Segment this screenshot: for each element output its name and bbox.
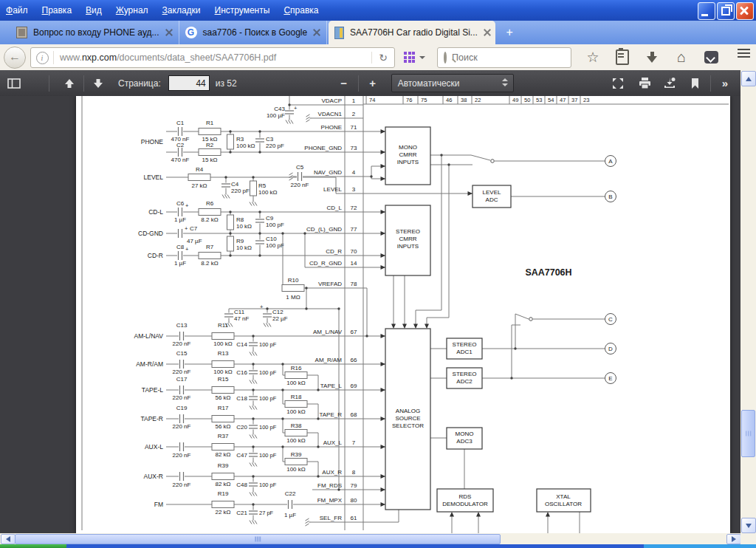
- svg-text:TAPE-L: TAPE-L: [142, 386, 163, 394]
- svg-text:R4: R4: [196, 166, 204, 173]
- svg-text:R17: R17: [218, 405, 229, 411]
- menu-item-bookmarks[interactable]: Закладки: [162, 5, 201, 16]
- svg-text:C10: C10: [266, 236, 277, 242]
- svg-text:100 kΩ: 100 kΩ: [286, 437, 306, 444]
- svg-text:R18: R18: [291, 394, 302, 400]
- bookmarks-menu-icon[interactable]: [614, 49, 630, 65]
- scroll-up-button[interactable]: [741, 71, 756, 86]
- page-down-button[interactable]: [89, 74, 108, 93]
- svg-text:R39: R39: [218, 462, 229, 469]
- svg-text:CD_R: CD_R: [326, 248, 342, 255]
- site-info-icon[interactable]: i: [31, 51, 54, 64]
- bookmark-star-icon[interactable]: ☆: [585, 49, 601, 66]
- menu-item-help[interactable]: Справка: [284, 5, 318, 16]
- tab-pdf-active[interactable]: SAA7706H Car radio Digital Si...: [329, 21, 495, 44]
- svg-text:C8: C8: [176, 244, 185, 250]
- search-box[interactable]: [437, 47, 571, 68]
- url-text[interactable]: www.nxp.com/documents/data_sheet/SAA7706…: [54, 52, 371, 63]
- horizontal-scroll-thumb[interactable]: [15, 534, 501, 544]
- horizontal-scrollbar[interactable]: [0, 533, 740, 544]
- svg-text:INPUTS: INPUTS: [397, 159, 419, 165]
- restore-button[interactable]: [717, 2, 735, 20]
- tab-close-icon[interactable]: [484, 29, 489, 36]
- select-arrows-icon: [502, 78, 508, 86]
- svg-text:C18: C18: [236, 395, 247, 402]
- tab-forum[interactable]: Вопрос по входу PHONE ауд...: [10, 21, 179, 44]
- reload-button[interactable]: ↻: [371, 52, 394, 64]
- svg-text:PHONE: PHONE: [321, 124, 342, 131]
- presentation-mode-button[interactable]: [608, 74, 628, 93]
- minimize-button[interactable]: [698, 2, 715, 20]
- svg-text:78: 78: [351, 281, 357, 287]
- schematic: MONOCMRRINPUTS STEREOCMRRINPUTS LEVELADC…: [76, 96, 730, 533]
- close-button[interactable]: [736, 2, 754, 20]
- menu-item-edit[interactable]: Правка: [42, 5, 72, 16]
- svg-text:220 nF: 220 nF: [173, 452, 191, 459]
- tab-close-icon[interactable]: [165, 29, 173, 36]
- svg-text:STEREO: STEREO: [453, 341, 477, 348]
- vertical-scrollbar[interactable]: [740, 70, 756, 533]
- svg-text:1 µF: 1 µF: [174, 216, 186, 223]
- svg-text:AM_L/NAV: AM_L/NAV: [313, 329, 343, 335]
- url-bar[interactable]: i www.nxp.com/documents/data_sheet/SAA77…: [30, 47, 395, 68]
- input-labels: PHONE LEVEL CD-L CD-GND CD-R AM-L/NAV AM…: [134, 138, 163, 508]
- svg-text:R2: R2: [206, 142, 214, 148]
- new-tab-button[interactable]: +: [500, 24, 519, 41]
- svg-text:R7: R7: [206, 244, 214, 250]
- bookmark-button[interactable]: [685, 74, 704, 93]
- svg-text:CD-GND: CD-GND: [138, 230, 163, 237]
- svg-text:22 kΩ: 22 kΩ: [215, 509, 230, 516]
- zoom-in-button[interactable]: +: [363, 74, 382, 93]
- svg-text:C: C: [608, 316, 613, 323]
- svg-text:1: 1: [352, 97, 356, 104]
- svg-text:47 nF: 47 nF: [234, 315, 250, 322]
- arrow-right-icon: [732, 536, 736, 542]
- svg-text:+: +: [294, 105, 298, 112]
- tab-google-search[interactable]: G saa7706 - Поиск в Google: [179, 21, 328, 44]
- svg-text:+: +: [260, 304, 264, 310]
- svg-text:C4: C4: [231, 181, 239, 188]
- pocket-icon[interactable]: [703, 51, 719, 64]
- menu-item-file[interactable]: Файл: [6, 5, 28, 16]
- page-number-input[interactable]: [168, 75, 210, 91]
- svg-text:C48: C48: [236, 482, 247, 488]
- menu-item-view[interactable]: Вид: [86, 5, 102, 16]
- svg-text:100 pF: 100 pF: [259, 452, 277, 459]
- zoom-out-button[interactable]: −: [334, 74, 354, 93]
- zoom-select[interactable]: Автоматически: [391, 74, 514, 92]
- svg-text:56 kΩ: 56 kΩ: [215, 423, 230, 430]
- menu-item-history[interactable]: Журнал: [116, 5, 148, 16]
- pdf-viewer[interactable]: MONOCMRRINPUTS STEREOCMRRINPUTS LEVELADC…: [0, 96, 740, 533]
- svg-text:R37: R37: [218, 433, 229, 439]
- download-button[interactable]: [660, 74, 679, 93]
- svg-text:4: 4: [352, 169, 356, 176]
- svg-text:RDS: RDS: [459, 493, 472, 500]
- svg-text:AUX_L: AUX_L: [323, 439, 343, 446]
- svg-text:56 kΩ: 56 kΩ: [215, 394, 230, 401]
- home-icon[interactable]: ⌂: [673, 49, 690, 66]
- svg-text:C5: C5: [296, 164, 304, 171]
- grid-icon-button[interactable]: [404, 52, 425, 63]
- scroll-down-button[interactable]: [741, 518, 756, 533]
- svg-text:54: 54: [548, 97, 554, 103]
- svg-text:23: 23: [583, 97, 589, 103]
- print-button[interactable]: [635, 74, 654, 93]
- search-input[interactable]: [450, 52, 572, 64]
- scroll-left-button[interactable]: [1, 534, 16, 544]
- start-button-edge[interactable]: [0, 544, 66, 548]
- tab-close-icon[interactable]: [313, 29, 320, 36]
- svg-text:8.2 kΩ: 8.2 kΩ: [201, 260, 218, 267]
- sidebar-toggle-button[interactable]: [4, 74, 24, 93]
- back-button[interactable]: ←: [4, 47, 26, 69]
- download-icon: [664, 78, 676, 89]
- svg-text:FM: FM: [154, 501, 163, 508]
- page-up-button[interactable]: [60, 74, 79, 93]
- menu-item-tools[interactable]: Инструменты: [215, 5, 270, 16]
- scroll-right-button[interactable]: [726, 534, 741, 544]
- svg-text:R3: R3: [236, 136, 244, 143]
- vertical-scroll-thumb[interactable]: [741, 410, 755, 457]
- svg-text:ANALOG: ANALOG: [396, 408, 420, 414]
- more-tools-button[interactable]: »: [715, 74, 735, 93]
- downloads-icon[interactable]: [644, 52, 660, 63]
- svg-text:C22: C22: [285, 490, 296, 497]
